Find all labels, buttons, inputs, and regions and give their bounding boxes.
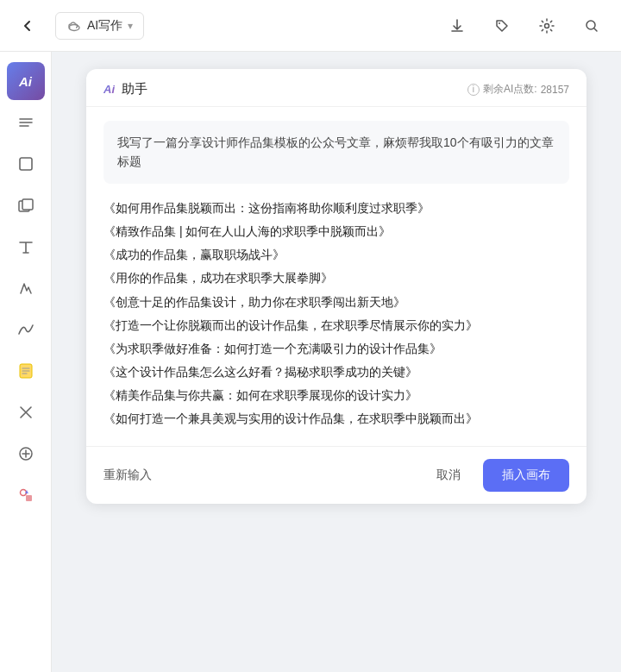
footer-buttons-right: 取消 插入画布 [423,459,569,492]
ai-icon: Ai [19,74,32,89]
reinput-button[interactable]: 重新输入 [104,462,152,488]
result-item: 《用你的作品集，成功在求职季大展拳脚》 [104,267,569,289]
panel-body: 我写了一篇分享设计师作品集模板的公众号文章，麻烦帮我取10个有吸引力的文章标题 … [86,107,586,446]
svg-point-1 [499,22,500,24]
result-item: 《创意十足的作品集设计，助力你在求职季闯出新天地》 [104,292,569,313]
sidebar-item-connect[interactable] [7,393,45,431]
result-item: 《精美作品集与你共赢：如何在求职季展现你的设计实力》 [104,385,569,406]
panel-footer: 重新输入 取消 插入画布 [86,446,586,504]
svg-point-2 [545,23,549,28]
result-item: 《如何打造一个兼具美观与实用的设计作品集，在求职季中脱颖而出》 [104,408,569,430]
curve-icon [16,320,35,339]
element-icon [16,486,35,505]
svg-rect-4 [20,158,32,170]
panel-header: Ai 助手 i 剩余AI点数: 28157 [86,69,586,107]
search-button[interactable] [576,10,607,41]
layers-icon [16,196,35,215]
svg-rect-10 [26,495,32,501]
tag-button[interactable] [486,10,518,41]
cloud-icon [66,18,82,34]
result-item: 《这个设计作品集怎么这么好看？揭秘求职季成功的关键》 [104,361,569,383]
cancel-button[interactable]: 取消 [423,461,474,490]
sidebar-item-layers[interactable] [7,186,45,224]
settings-button[interactable] [531,10,562,41]
chevron-down-icon: ▾ [128,20,133,32]
panel-ai-badge: Ai [104,83,115,96]
svg-rect-6 [22,199,33,210]
info-icon[interactable]: i [467,84,480,96]
query-box: 我写了一篇分享设计师作品集模板的公众号文章，麻烦帮我取10个有吸引力的文章标题 [104,121,569,184]
back-button[interactable] [14,12,41,40]
sidebar-item-ai[interactable]: Ai [7,62,45,100]
note-icon [16,361,35,380]
result-item: 《为求职季做好准备：如何打造一个充满吸引力的设计作品集》 [104,338,569,360]
sidebar-item-lines[interactable] [7,104,45,141]
sidebar-item-plugin[interactable] [7,435,45,473]
panel-title-group: Ai 助手 [104,81,147,97]
sidebar-item-note[interactable] [7,352,45,390]
result-item: 《如何用作品集脱颖而出：这份指南将助你顺利度过求职季》 [104,198,569,219]
sidebar: Ai [0,52,52,672]
svg-point-0 [69,24,79,30]
text-icon [16,237,35,256]
result-item: 《成功的作品集，赢取职场战斗》 [104,244,569,266]
panel-title: 助手 [122,81,147,97]
rect-icon [16,154,35,173]
plugin-icon [16,444,35,463]
lines-icon [16,113,35,132]
sidebar-item-text[interactable] [7,228,45,266]
results-list: 《如何用作品集脱颖而出：这份指南将助你顺利度过求职季》《精致作品集 | 如何在人… [104,198,569,430]
pen-icon [16,279,35,298]
result-item: 《精致作品集 | 如何在人山人海的求职季中脱颖而出》 [104,221,569,242]
main-layout: Ai [0,52,621,672]
insert-button[interactable]: 插入画布 [483,459,569,492]
sidebar-item-pen[interactable] [7,269,45,307]
toolbar: AI写作 ▾ [0,0,621,52]
sidebar-item-element[interactable] [7,476,45,514]
ai-panel: Ai 助手 i 剩余AI点数: 28157 我写了一篇分享设计师作品集模板的公众… [86,69,586,504]
download-button[interactable] [442,10,473,41]
sidebar-item-curve[interactable] [7,311,45,349]
connect-icon [16,403,35,422]
panel-points: i 剩余AI点数: 28157 [467,82,569,97]
sidebar-item-rect[interactable] [7,145,45,183]
points-value: 28157 [541,84,569,96]
svg-point-9 [20,490,26,496]
points-prefix: 剩余AI点数: [483,82,537,97]
result-item: 《打造一个让你脱颖而出的设计作品集，在求职季尽情展示你的实力》 [104,315,569,336]
ai-writing-label: AI写作 [87,18,122,34]
ai-writing-button[interactable]: AI写作 ▾ [55,12,144,40]
content-area: Ai 助手 i 剩余AI点数: 28157 我写了一篇分享设计师作品集模板的公众… [52,52,621,672]
